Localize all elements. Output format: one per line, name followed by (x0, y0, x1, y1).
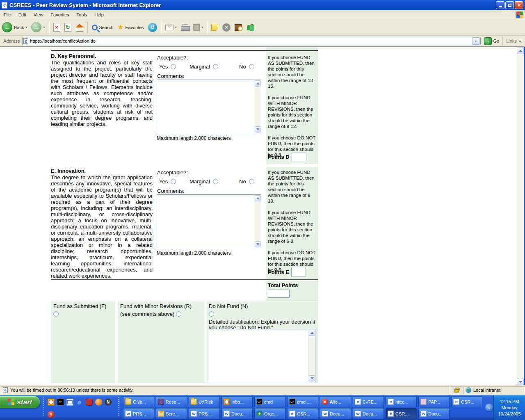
scrollbar-up-button[interactable] (517, 47, 524, 54)
back-dropdown-icon[interactable]: ▾ (25, 25, 27, 29)
justification-textarea[interactable] (209, 329, 315, 382)
task-button[interactable]: +Orac... (254, 408, 285, 419)
menu-tools[interactable]: Tools (73, 11, 91, 18)
history-button[interactable]: ↺ (146, 20, 159, 35)
scroll-down-icon[interactable] (255, 241, 261, 247)
comments-textarea-e[interactable] (157, 194, 261, 248)
status-bar: e You will be timed out in 00:56:13 unle… (0, 385, 525, 395)
menu-favorites[interactable]: Favorites (47, 11, 73, 18)
home-button[interactable] (73, 20, 86, 35)
radio-fund-minor-revisions[interactable] (176, 311, 181, 317)
menu-edit[interactable]: Edit (15, 11, 30, 18)
task-button[interactable]: eC-RE... (353, 396, 384, 407)
scroll-up-icon[interactable] (255, 80, 261, 87)
print-button[interactable] (179, 20, 191, 35)
page-scrollbar[interactable] (517, 47, 524, 385)
clock-tray[interactable]: 12:15 PM Monday 10/24/2005 (493, 395, 525, 420)
total-points-label: Total Points (268, 282, 298, 288)
scroll-up-icon[interactable] (309, 330, 315, 336)
menu-view[interactable]: View (30, 11, 47, 18)
research-button[interactable] (233, 20, 244, 35)
task-button[interactable]: eCSR... (451, 396, 482, 407)
messenger-button[interactable] (244, 20, 256, 35)
address-input[interactable]: e https://localhost/conflictAction.do ▾ (22, 37, 480, 45)
task-button[interactable]: Inbo... (221, 396, 253, 407)
task-button[interactable]: WPRS... (123, 408, 154, 419)
points-d-input[interactable] (292, 153, 306, 161)
favorites-button[interactable]: ★ Favorites (115, 20, 146, 35)
close-button[interactable]: × (515, 1, 523, 9)
task-button[interactable]: ehttp:... (386, 396, 417, 407)
task-button[interactable]: (Reso... (156, 396, 187, 407)
ie-app-icon: e (2, 2, 7, 9)
task-button[interactable]: U:\Rick (189, 396, 220, 407)
zone-label: Local intranet (473, 388, 500, 393)
quicklaunch-internet-explorer-icon[interactable]: e (76, 399, 83, 406)
task-button[interactable]: ×Alto... (320, 396, 351, 407)
task-button[interactable]: C:\cmd (254, 396, 285, 407)
edit-button[interactable]: ▾ (191, 20, 205, 35)
scroll-down-icon[interactable] (255, 126, 261, 132)
scroll-down-icon[interactable] (309, 375, 315, 381)
radio-marginal-d[interactable] (213, 64, 218, 69)
edit-dropdown-icon[interactable]: ▾ (201, 25, 203, 29)
radio-no-d[interactable] (249, 64, 254, 69)
task-button[interactable]: Scre... (156, 408, 187, 419)
points-e-input[interactable] (291, 268, 306, 276)
quicklaunch-firefox-icon[interactable] (95, 399, 102, 406)
messenger-status-button[interactable]: × (220, 20, 233, 35)
radio-yes-e[interactable] (171, 179, 176, 184)
quicklaunch-netscape-icon[interactable]: N (105, 399, 112, 406)
quicklaunch-dragon-app-icon[interactable] (86, 399, 93, 406)
restore-button[interactable] (505, 1, 514, 9)
task-button[interactable]: C:\cmd ... (287, 396, 318, 407)
radio-no-e[interactable] (249, 179, 254, 184)
task-button[interactable]: eCSR... (287, 408, 318, 419)
task-button[interactable]: WDocu... (418, 408, 450, 419)
task-button[interactable]: WDocu... (320, 408, 351, 419)
forward-button[interactable]: → ▾ (29, 20, 47, 35)
links-toolbar[interactable]: Links » (502, 37, 525, 45)
quicklaunch-red-x-icon[interactable]: × (48, 411, 55, 418)
refresh-button[interactable]: ↻ (62, 20, 73, 35)
task-button-active[interactable]: eCSR... (386, 408, 417, 419)
option-marginal: Marginal (189, 178, 218, 185)
go-button[interactable]: → Go (481, 37, 503, 45)
radio-yes-d[interactable] (171, 64, 176, 69)
radio-fund-as-submitted[interactable] (53, 311, 59, 317)
comments-textarea-d[interactable] (157, 80, 261, 133)
edit-icon (193, 24, 200, 31)
stop-button[interactable]: × (51, 20, 62, 35)
menu-file[interactable]: File (0, 11, 15, 18)
quicklaunch-cmd-icon[interactable]: C:\ (57, 399, 64, 406)
quicklaunch-clock-icon[interactable] (48, 399, 55, 406)
textarea-scrollbar[interactable] (254, 80, 261, 133)
scroll-up-icon[interactable] (255, 195, 261, 201)
task-button[interactable]: C:\jb... (123, 396, 154, 407)
textarea-scrollbar[interactable] (308, 329, 315, 382)
radio-do-not-fund[interactable] (209, 311, 214, 317)
address-dropdown-button[interactable]: ▾ (472, 37, 479, 45)
search-button[interactable]: Search (90, 20, 116, 35)
scrollbar-down-button[interactable] (517, 379, 524, 385)
task-button[interactable]: WPRS ... (189, 408, 220, 419)
fund-as-submitted-cell: Fund as Submitted (F) (51, 301, 115, 383)
total-points-input[interactable] (268, 290, 290, 298)
textarea-scrollbar[interactable] (254, 195, 261, 248)
discuss-button[interactable] (209, 20, 220, 35)
task-button[interactable]: WDocu... (221, 408, 253, 419)
start-button[interactable]: start (0, 396, 40, 408)
windows-start-flag-icon (8, 399, 15, 406)
quicklaunch-outlook-express-icon[interactable] (66, 399, 73, 406)
task-button[interactable]: PAP... (418, 396, 450, 407)
mail-button[interactable]: ▾ (163, 20, 179, 35)
radio-marginal-e[interactable] (213, 179, 218, 184)
mail-dropdown-icon[interactable]: ▾ (175, 25, 177, 29)
task-button[interactable]: WDocu... (353, 408, 384, 419)
minimize-button[interactable] (496, 1, 504, 9)
menu-help[interactable]: Help (91, 11, 107, 18)
tray-chevron-button[interactable]: ‹ (485, 404, 493, 411)
guidance-fund-minor-revisions: If you choose FUND WITH MINOR REVISIONS,… (268, 210, 316, 244)
forward-dropdown-icon[interactable]: ▾ (43, 25, 45, 29)
back-button[interactable]: ← Back ▾ (0, 20, 29, 35)
